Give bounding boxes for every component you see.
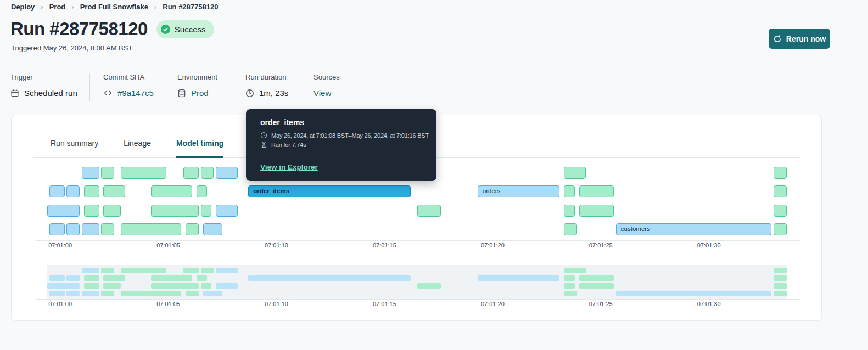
gantt-bar[interactable] (151, 205, 199, 217)
tab-bar: Run summaryLineageModel timingArtifacts (51, 137, 277, 158)
mini-bar (84, 275, 99, 281)
gantt-bar[interactable] (564, 223, 577, 235)
mini-bar (564, 275, 575, 281)
gantt-bar[interactable] (103, 185, 125, 197)
status-label: Success (175, 25, 206, 34)
timeline-brush[interactable] (47, 265, 787, 299)
gantt-bar-customers[interactable]: customers (616, 223, 772, 235)
gantt-bar[interactable] (564, 185, 575, 197)
mini-bar (101, 291, 114, 296)
gantt-bar[interactable] (66, 223, 80, 235)
mini-bar (186, 291, 199, 296)
gantt-bar[interactable] (186, 223, 199, 235)
gantt-bar[interactable] (201, 205, 212, 217)
success-check-icon (161, 25, 170, 34)
gantt-bar[interactable] (579, 205, 614, 217)
refresh-icon (773, 35, 782, 43)
gantt-bar[interactable] (216, 205, 237, 217)
time-axis-mini: 07:01:0007:01:0507:01:1007:01:1507:01:20… (47, 301, 787, 308)
tab-run-summary[interactable]: Run summary (51, 137, 98, 158)
detail-value[interactable]: View (313, 88, 340, 98)
gantt-bar-orders[interactable]: orders (478, 185, 560, 197)
gantt-bar[interactable] (203, 223, 222, 235)
mini-bar (616, 291, 772, 296)
gantt-bar[interactable] (151, 185, 192, 197)
gantt-bar[interactable] (201, 167, 214, 179)
gantt-bar[interactable] (101, 223, 114, 235)
tooltip-model-name: order_items (260, 118, 423, 127)
mini-bar (478, 275, 560, 281)
detail-value[interactable]: Prod (177, 88, 217, 98)
gantt-bar[interactable] (101, 167, 114, 179)
model-tooltip: order_items May 26, 2024, at 7:01:08 BST… (246, 109, 436, 181)
gantt-bar-order_items[interactable]: order_items (248, 185, 410, 197)
database-icon (177, 89, 186, 98)
gantt-bar[interactable] (49, 223, 65, 235)
gantt-bar[interactable] (84, 185, 99, 197)
axis-tick-label: 07:01:00 (48, 301, 72, 307)
breadcrumb-item[interactable]: Prod Full Snowflake (80, 3, 148, 11)
gantt-bar[interactable] (774, 223, 787, 235)
detail-value-text[interactable]: #9a147c5 (117, 88, 154, 98)
mini-bar (201, 268, 214, 273)
gantt-bar[interactable] (103, 205, 121, 217)
axis-tick-label: 07:01:25 (589, 301, 613, 307)
details-divider (89, 73, 90, 101)
detail-value[interactable]: #9a147c5 (103, 88, 154, 98)
mini-bar (82, 291, 99, 296)
gantt-bar[interactable] (121, 223, 181, 235)
gantt-bar[interactable] (197, 185, 208, 197)
axis-line (36, 299, 800, 300)
gantt-bar[interactable] (774, 205, 787, 217)
detail-commit-sha: Commit SHA#9a147c5 (103, 73, 154, 98)
detail-value-text[interactable]: Prod (191, 88, 209, 98)
rerun-now-label: Rerun now (786, 35, 826, 43)
details-divider (300, 73, 300, 101)
gantt-bar[interactable] (579, 185, 614, 197)
mini-bar (201, 283, 212, 289)
clock-icon (245, 89, 254, 98)
gantt-bar[interactable] (82, 167, 99, 179)
gantt-bar[interactable] (216, 167, 237, 179)
gantt-bar[interactable] (66, 185, 80, 197)
breadcrumb-item: Run #287758120 (163, 3, 218, 11)
gantt-bar[interactable] (121, 167, 166, 179)
axis-tick-label: 07:01:10 (265, 301, 288, 307)
mini-bar (774, 283, 787, 289)
view-in-explorer-link[interactable]: View in Explorer (260, 163, 318, 171)
mini-bar (103, 283, 121, 289)
gantt-bar[interactable] (49, 185, 65, 197)
detail-value-text[interactable]: View (313, 88, 331, 98)
gantt-bar[interactable] (774, 167, 787, 179)
tooltip-divider (260, 155, 423, 155)
gantt-bar[interactable] (84, 205, 99, 217)
axis-line (36, 240, 800, 241)
triggered-text: Triggered May 26, 2024, 8:00 AM BST (11, 44, 132, 52)
mini-bar (82, 268, 99, 273)
gantt-bar[interactable] (82, 223, 99, 235)
mini-bar (774, 291, 787, 296)
gantt-bar[interactable] (417, 205, 441, 217)
rerun-now-button[interactable]: Rerun now (769, 29, 830, 49)
mini-bar (564, 283, 575, 289)
axis-tick-label: 07:01:30 (697, 301, 721, 307)
mini-bar (151, 275, 192, 281)
breadcrumb-item[interactable]: Deploy (11, 3, 35, 11)
page-title: Run #287758120 (10, 19, 148, 39)
detail-value-text: 1m, 23s (259, 88, 288, 98)
detail-value: 1m, 23s (245, 88, 288, 98)
gantt-bar[interactable] (183, 167, 199, 179)
breadcrumb-item[interactable]: Prod (49, 3, 66, 11)
gantt-bar[interactable] (564, 167, 585, 179)
detail-environment: EnvironmentProd (177, 73, 217, 98)
mini-bar (103, 275, 125, 281)
gantt-bar[interactable] (774, 185, 787, 197)
detail-run-duration: Run duration1m, 23s (245, 73, 288, 98)
tab-model-timing[interactable]: Model timing (176, 137, 223, 158)
mini-bar (579, 283, 614, 289)
gantt-bar[interactable] (47, 205, 80, 217)
detail-sources: SourcesView (313, 73, 340, 98)
gantt-bar[interactable] (564, 205, 575, 217)
tab-lineage[interactable]: Lineage (124, 137, 151, 158)
time-axis-main: 07:01:0007:01:0507:01:1007:01:1507:01:20… (47, 242, 787, 250)
